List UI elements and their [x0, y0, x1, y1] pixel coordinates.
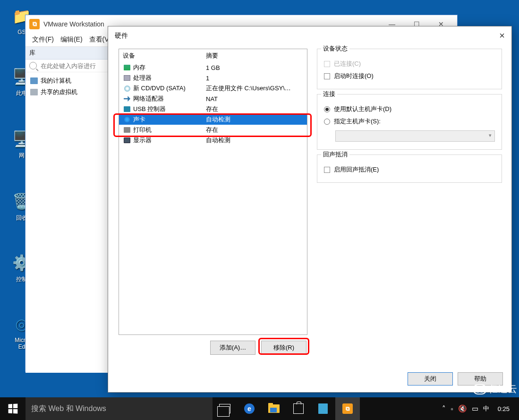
tray-chevron-up-icon[interactable]: ˄ — [442, 404, 446, 413]
library-title: 库 — [26, 47, 109, 60]
connect-at-poweron-checkbox[interactable]: 启动时连接(O) — [324, 70, 495, 82]
hardware-row[interactable]: 显示器自动检测 — [119, 135, 307, 146]
hardware-row[interactable]: 内存1 GB — [119, 62, 307, 73]
dialog-close-footer-button[interactable]: 关闭 — [408, 372, 453, 386]
checkbox-icon — [324, 61, 330, 67]
device-name: 声卡 — [133, 115, 206, 124]
device-name: 网络适配器 — [133, 94, 206, 103]
dialog-title: 硬件 — [115, 32, 128, 40]
store-icon — [293, 403, 304, 414]
enable-echo-cancel-checkbox[interactable]: 启用回声抵消(E) — [324, 163, 495, 176]
vmware-icon: ⧉ — [342, 403, 353, 414]
device-summary: 自动检测 — [206, 115, 303, 124]
connection-group: 连接 使用默认主机声卡(D) 指定主机声卡(S): — [317, 94, 502, 150]
device-summary: 存在 — [206, 105, 303, 113]
mem-icon — [124, 65, 130, 70]
hardware-row[interactable]: 网络适配器NAT — [119, 94, 307, 104]
tray-ime-indicator[interactable]: 中 — [483, 404, 489, 413]
taskbar: 搜索 Web 和 Windows e ⧉ ˄ ▫ 🔇 ▭ 中 0:25 — [0, 397, 519, 420]
start-button[interactable] — [0, 397, 26, 420]
taskbar-search-input[interactable]: 搜索 Web 和 Windows — [26, 397, 213, 420]
tray-network-icon[interactable]: ▫ — [451, 405, 453, 413]
radio-icon — [324, 119, 330, 125]
remove-hardware-button[interactable]: 移除(R) — [261, 341, 306, 355]
search-icon — [29, 62, 37, 69]
library-panel: 库 我的计算机 共享的虚拟机 — [26, 47, 110, 373]
snd-icon — [124, 117, 130, 122]
file-explorer-button[interactable] — [262, 397, 286, 420]
menu-edit[interactable]: 编辑(E) — [59, 34, 85, 45]
device-name: 显示器 — [133, 136, 206, 145]
tree-shared-vms[interactable]: 共享的虚拟机 — [28, 86, 106, 98]
device-name: USB 控制器 — [133, 105, 206, 113]
cd-icon — [124, 86, 130, 92]
hardware-row[interactable]: USB 控制器存在 — [119, 104, 307, 114]
notepad-icon — [318, 403, 328, 414]
device-name: 打印机 — [133, 126, 206, 134]
column-header-summary: 摘要 — [206, 51, 303, 60]
task-view-icon — [219, 404, 230, 413]
menu-file[interactable]: 文件(F) — [30, 34, 56, 45]
hardware-dialog: 硬件 × 设备 摘要 内存1 GB处理器1新 CD/DVD (SATA)正在使用… — [108, 26, 512, 393]
watermark: 亿速云 — [473, 383, 517, 395]
device-summary: 正在使用文件 C:\Users\GSY\… — [206, 84, 303, 93]
connected-checkbox: 已连接(C) — [324, 58, 495, 70]
tree-my-computer[interactable]: 我的计算机 — [28, 75, 106, 86]
edge-icon: e — [244, 403, 255, 414]
folder-icon — [268, 404, 280, 413]
tray-volume-icon[interactable]: 🔇 — [458, 404, 467, 413]
disp-icon — [124, 137, 130, 143]
add-hardware-button[interactable]: 添加(A)… — [210, 341, 255, 355]
prn-icon — [124, 127, 130, 133]
taskbar-clock[interactable]: 0:25 — [494, 405, 513, 412]
notepad-button[interactable] — [311, 397, 335, 420]
column-header-device: 设备 — [123, 51, 206, 60]
edge-button[interactable]: e — [237, 397, 262, 420]
checkbox-icon — [324, 167, 330, 173]
task-view-button[interactable] — [213, 397, 237, 420]
echo-cancel-group: 回声抵消 启用回声抵消(E) — [317, 154, 502, 183]
device-name: 新 CD/DVD (SATA) — [133, 84, 206, 93]
computer-icon — [30, 77, 38, 84]
watermark-icon — [473, 384, 487, 394]
vmware-icon: ⧉ — [29, 19, 40, 29]
windows-logo-icon — [9, 404, 18, 414]
dialog-close-button[interactable]: × — [499, 30, 505, 41]
group-legend: 回声抵消 — [321, 150, 349, 159]
device-status-group: 设备状态 已连接(C) 启动时连接(O) — [317, 49, 502, 89]
checkbox-icon — [324, 73, 330, 79]
store-button[interactable] — [286, 397, 311, 420]
net-icon — [124, 96, 130, 102]
soundcard-dropdown[interactable] — [335, 130, 495, 142]
use-default-soundcard-radio[interactable]: 使用默认主机声卡(D) — [324, 103, 495, 115]
search-input[interactable] — [41, 62, 102, 69]
vmware-taskbar-button[interactable]: ⧉ — [335, 397, 360, 420]
device-summary: 1 GB — [206, 64, 303, 71]
shared-icon — [30, 89, 38, 95]
hardware-row[interactable]: 打印机存在 — [119, 125, 307, 135]
hardware-row[interactable]: 处理器1 — [119, 73, 307, 83]
tray-action-center-icon[interactable]: ▭ — [472, 404, 478, 413]
window-title: VMware Workstation — [43, 20, 104, 28]
device-summary: NAT — [206, 95, 303, 103]
hardware-device-list: 设备 摘要 内存1 GB处理器1新 CD/DVD (SATA)正在使用文件 C:… — [119, 49, 307, 335]
device-summary: 自动检测 — [206, 136, 303, 145]
specify-soundcard-radio[interactable]: 指定主机声卡(S): — [324, 115, 495, 128]
group-legend: 设备状态 — [321, 44, 349, 53]
hardware-row[interactable]: 声卡自动检测 — [119, 114, 307, 125]
hardware-row[interactable]: 新 CD/DVD (SATA)正在使用文件 C:\Users\GSY\… — [119, 83, 307, 94]
device-name: 内存 — [133, 63, 206, 72]
usb-icon — [124, 106, 130, 112]
radio-icon — [324, 106, 330, 112]
device-summary: 存在 — [206, 126, 303, 134]
device-summary: 1 — [206, 75, 303, 82]
device-name: 处理器 — [133, 74, 206, 82]
group-legend: 连接 — [321, 90, 337, 98]
cpu-icon — [124, 75, 130, 81]
